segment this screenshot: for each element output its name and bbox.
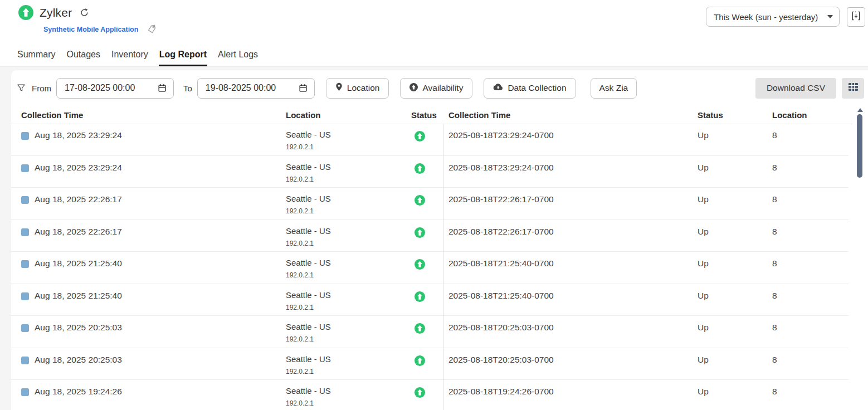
- location-filter-button[interactable]: Location: [326, 78, 389, 99]
- location-ip: 192.0.2.1: [286, 399, 331, 407]
- collection-time-cell: Aug 18, 2025 22:26:17: [35, 227, 122, 237]
- raw-collection-time-cell: 2025-08-18T22:26:17-0700: [448, 194, 554, 204]
- row-checkbox[interactable]: [21, 388, 29, 396]
- location-id-cell: 8: [772, 130, 777, 140]
- tab-summary[interactable]: Summary: [17, 50, 56, 66]
- raw-collection-time-cell: 2025-08-18T21:25:40-0700: [448, 291, 554, 301]
- status-text-cell: Up: [698, 130, 709, 140]
- location-filter-label: Location: [347, 83, 380, 93]
- location-id-cell: 8: [772, 258, 777, 269]
- raw-collection-time-cell: 2025-08-18T20:25:03-0700: [448, 355, 554, 365]
- collection-time-cell: Aug 18, 2025 20:25:03: [35, 355, 122, 365]
- status-up-icon: [415, 323, 425, 334]
- location-ip: 192.0.2.1: [286, 368, 331, 375]
- raw-collection-time-cell: 2025-08-18T19:24:26-0700: [448, 387, 554, 397]
- log-report-page: Zylker Synthetic Mobile Application This…: [0, 0, 868, 410]
- column-settings-button[interactable]: [842, 78, 864, 99]
- header-status-right: Status: [698, 110, 723, 120]
- scrollbar-up-arrow[interactable]: [857, 108, 863, 112]
- scrollbar-thumb[interactable]: [857, 114, 862, 178]
- header-status-left: Status: [411, 110, 437, 120]
- location-id-cell: 8: [772, 163, 777, 173]
- calendar-icon[interactable]: [299, 84, 308, 92]
- status-up-icon: [415, 387, 425, 398]
- monitor-type-link[interactable]: Synthetic Mobile Application: [43, 26, 138, 33]
- monitor-name: Zylker: [40, 6, 72, 19]
- calendar-icon[interactable]: [158, 84, 167, 92]
- row-checkbox[interactable]: [21, 357, 29, 364]
- status-up-icon: [415, 291, 425, 302]
- log-table-row: Aug 18, 2025 22:26:17 Seattle - US 192.0…: [11, 220, 868, 252]
- location-pin-icon: [335, 82, 343, 94]
- log-table-row: Aug 18, 2025 20:25:03 Seattle - US 192.0…: [11, 316, 868, 348]
- row-checkbox[interactable]: [21, 132, 29, 140]
- location-ip: 192.0.2.1: [286, 240, 331, 247]
- log-table-row: Aug 18, 2025 23:29:24 Seattle - US 192.0…: [11, 124, 868, 156]
- table-columns-icon: [848, 82, 859, 94]
- collection-time-cell: Aug 18, 2025 19:24:26: [35, 387, 122, 397]
- status-text-cell: Up: [698, 163, 709, 173]
- log-table-row: Aug 18, 2025 20:25:03 Seattle - US 192.0…: [11, 348, 868, 380]
- tab-inventory[interactable]: Inventory: [111, 50, 149, 66]
- raw-collection-time-cell: 2025-08-18T23:29:24-0700: [448, 163, 554, 173]
- download-csv-button[interactable]: Download CSV: [755, 78, 836, 99]
- data-collection-filter-label: Data Collection: [508, 83, 566, 93]
- location-ip: 192.0.2.1: [286, 207, 331, 215]
- time-period-value: This Week (sun - yesterday): [714, 12, 818, 22]
- row-checkbox[interactable]: [21, 164, 29, 172]
- status-text-cell: Up: [698, 323, 709, 333]
- location-cell: Seattle - US 192.0.2.1: [286, 322, 331, 343]
- row-checkbox[interactable]: [21, 324, 29, 332]
- status-text-cell: Up: [698, 258, 709, 269]
- tab-bar: Summary Outages Inventory Log Report Ale…: [17, 50, 259, 66]
- filter-icon: [17, 84, 26, 92]
- log-table-row: Aug 18, 2025 22:26:17 Seattle - US 192.0…: [11, 188, 868, 220]
- status-text-cell: Up: [698, 194, 709, 204]
- availability-filter-label: Availability: [422, 83, 463, 93]
- log-report-panel: From 17-08-2025 00:00 To 19-08-2025 00:0…: [11, 70, 868, 410]
- refresh-icon[interactable]: [80, 8, 89, 17]
- location-ip: 192.0.2.1: [286, 143, 331, 151]
- from-label: From: [32, 84, 51, 93]
- from-datetime-value: 17-08-2025 00:00: [65, 83, 135, 93]
- location-cell: Seattle - US 192.0.2.1: [286, 386, 331, 407]
- to-datetime-input[interactable]: 19-08-2025 00:00: [197, 78, 315, 99]
- to-datetime-value: 19-08-2025 00:00: [206, 83, 276, 93]
- from-datetime-input[interactable]: 17-08-2025 00:00: [56, 78, 174, 99]
- tab-outages[interactable]: Outages: [66, 50, 100, 66]
- time-period-dropdown[interactable]: This Week (sun - yesterday): [706, 7, 840, 27]
- ask-zia-label: Ask Zia: [599, 83, 628, 93]
- tab-alert-logs[interactable]: Alert Logs: [217, 50, 259, 66]
- custom-period-button[interactable]: [847, 7, 865, 27]
- location-cell: Seattle - US 192.0.2.1: [286, 162, 331, 183]
- tab-log-report[interactable]: Log Report: [159, 50, 207, 66]
- location-name: Seattle - US: [286, 386, 331, 396]
- row-checkbox[interactable]: [21, 228, 29, 236]
- collection-time-cell: Aug 18, 2025 23:29:24: [35, 130, 122, 140]
- availability-up-icon: [409, 83, 418, 94]
- period-controls: This Week (sun - yesterday): [706, 7, 865, 27]
- row-checkbox[interactable]: [21, 260, 29, 268]
- log-table-body: Aug 18, 2025 23:29:24 Seattle - US 192.0…: [11, 124, 868, 410]
- availability-filter-button[interactable]: Availability: [400, 78, 472, 99]
- location-id-cell: 8: [772, 387, 777, 397]
- tag-icon[interactable]: [147, 23, 158, 35]
- location-ip: 192.0.2.1: [286, 304, 331, 311]
- log-table-row: Aug 18, 2025 21:25:40 Seattle - US 192.0…: [11, 284, 868, 316]
- filter-bar: From 17-08-2025 00:00 To 19-08-2025 00:0…: [11, 70, 868, 106]
- location-name: Seattle - US: [286, 354, 331, 364]
- collection-time-cell: Aug 18, 2025 23:29:24: [35, 163, 122, 173]
- collection-time-cell: Aug 18, 2025 21:25:40: [35, 291, 122, 301]
- status-up-icon: [415, 259, 425, 270]
- location-cell: Seattle - US 192.0.2.1: [286, 290, 331, 311]
- raw-collection-time-cell: 2025-08-18T20:25:03-0700: [448, 323, 554, 333]
- row-checkbox[interactable]: [21, 292, 29, 300]
- location-name: Seattle - US: [286, 162, 331, 172]
- data-collection-filter-button[interactable]: Data Collection: [484, 78, 576, 99]
- location-name: Seattle - US: [286, 194, 331, 203]
- ask-zia-button[interactable]: Ask Zia: [591, 78, 637, 99]
- location-name: Seattle - US: [286, 130, 331, 139]
- header-location-right: Location: [772, 110, 807, 120]
- row-checkbox[interactable]: [21, 196, 29, 204]
- status-up-icon: [415, 227, 425, 238]
